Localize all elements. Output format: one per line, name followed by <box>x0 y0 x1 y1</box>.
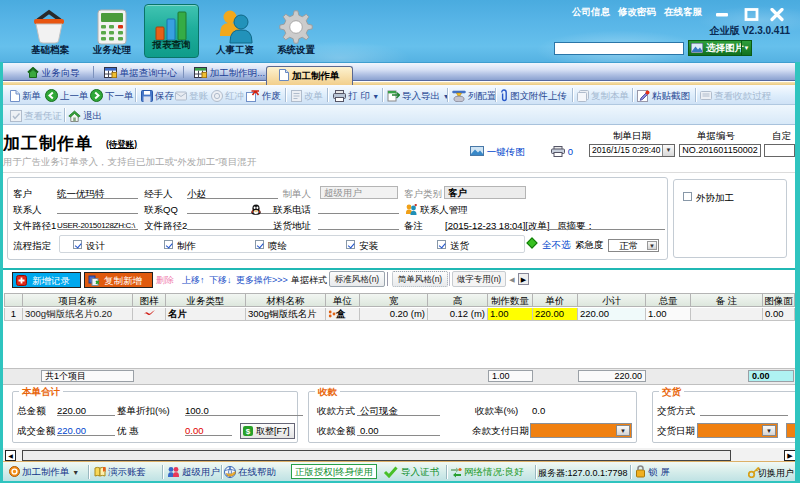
svg-text:$: $ <box>246 427 251 436</box>
